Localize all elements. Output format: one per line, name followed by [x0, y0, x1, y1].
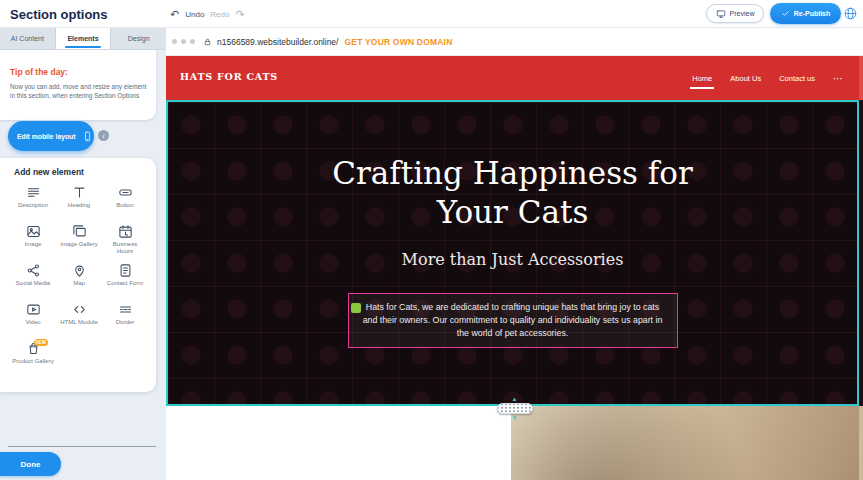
history-controls: ↶ Undo Redo ↷	[170, 0, 245, 28]
browser-address-bar: n1566589.websitebuilder.online/ GET YOUR…	[166, 28, 863, 56]
image-gallery-icon	[72, 224, 87, 239]
edit-mobile-layout-label: Edit mobile layout	[17, 133, 76, 140]
element-label: Image Gallery	[60, 241, 97, 248]
tab-ai-content[interactable]: AI Content	[0, 28, 56, 49]
element-image[interactable]: Image	[10, 221, 56, 260]
undo-icon[interactable]: ↶	[170, 9, 179, 20]
video-icon	[26, 302, 41, 317]
done-button[interactable]: Done	[0, 452, 61, 476]
resize-up-arrow-icon: ▲	[512, 396, 518, 402]
element-label: Heading	[68, 202, 90, 209]
app-window: Section options ↶ Undo Redo ↷ Preview Re…	[0, 0, 863, 480]
element-label: Contact Form	[107, 280, 143, 287]
sidebar-divider	[8, 446, 156, 447]
section-resize-handle[interactable]: ▲ ▼	[497, 396, 533, 421]
preview-button[interactable]: Preview	[706, 4, 764, 23]
redo-button[interactable]: Redo	[210, 10, 229, 19]
element-label: HTML Module	[60, 319, 97, 326]
monitor-icon	[716, 9, 726, 19]
phone-icon	[82, 128, 93, 145]
republish-button-label: Re-Publish	[794, 10, 831, 17]
element-label: Image	[25, 241, 42, 248]
hero-text-element[interactable]: Hats for Cats, we are dedicated to craft…	[348, 293, 678, 349]
element-drag-handle-icon[interactable]	[351, 303, 361, 313]
element-label: Description	[18, 202, 48, 209]
button-icon	[118, 185, 133, 200]
hero-title-line1: Crafting Happiness for	[332, 155, 693, 191]
element-description[interactable]: Description	[10, 182, 56, 221]
site-logo[interactable]: HATS FOR CATS	[180, 71, 278, 82]
nav-home[interactable]: Home	[692, 68, 712, 89]
tip-title: Tip of the day:	[10, 67, 68, 77]
map-icon	[72, 263, 87, 278]
tab-elements[interactable]: Elements	[56, 28, 112, 49]
tip-card: Tip of the day: Now you can add, move an…	[0, 50, 156, 120]
hero-paragraph: Hats for Cats, we are dedicated to craft…	[363, 302, 663, 338]
edit-mobile-layout-button[interactable]: Edit mobile layout	[8, 121, 94, 151]
element-html-module[interactable]: HTML Module	[56, 299, 102, 338]
social-media-icon	[26, 263, 41, 278]
site-preview: HATS FOR CATS Home About Us Contact us ⋯…	[166, 56, 863, 480]
image-icon	[26, 224, 41, 239]
nav-about-us[interactable]: About Us	[730, 68, 761, 89]
window-control-dots	[172, 39, 195, 44]
contact-form-icon	[118, 263, 133, 278]
new-badge: NEW	[34, 339, 49, 346]
get-domain-link[interactable]: GET YOUR OWN DOMAIN	[344, 37, 452, 47]
element-image-gallery[interactable]: Image Gallery	[56, 221, 102, 260]
element-contact-form[interactable]: Contact Form	[102, 260, 148, 299]
check-icon	[781, 9, 790, 18]
element-social-media[interactable]: Social Media	[10, 260, 56, 299]
element-label: Business Hours	[104, 241, 146, 255]
nav-contact-us[interactable]: Contact us	[779, 68, 815, 89]
element-label: Map	[73, 280, 85, 287]
element-label: Product Gallery	[12, 358, 53, 365]
element-heading[interactable]: Heading	[56, 182, 102, 221]
next-section-photo	[511, 406, 859, 480]
element-divider[interactable]: Divider	[102, 299, 148, 338]
element-label: Video	[25, 319, 40, 326]
selected-hero-section[interactable]: Crafting Happiness for Your Cats More th…	[166, 100, 859, 406]
page-scrollbar[interactable]	[859, 56, 863, 480]
business-hours-icon	[118, 224, 133, 239]
resize-down-arrow-icon: ▼	[512, 415, 518, 421]
tab-design[interactable]: Design	[111, 28, 166, 49]
redo-icon[interactable]: ↷	[235, 9, 244, 20]
site-header[interactable]: HATS FOR CATS Home About Us Contact us ⋯	[166, 56, 859, 100]
html-module-icon	[72, 302, 87, 317]
site-url: n1566589.websitebuilder.online/	[217, 37, 338, 47]
site-nav: Home About Us Contact us ⋯	[692, 56, 843, 100]
info-icon[interactable]: i	[98, 130, 109, 141]
panel-tabs: AI Content Elements Design	[0, 28, 166, 50]
hero-title[interactable]: Crafting Happiness for Your Cats	[332, 154, 693, 232]
lock-icon	[203, 33, 212, 51]
hero-subtitle[interactable]: More than Just Accessories	[402, 250, 624, 269]
element-business-hours[interactable]: Business Hours	[102, 221, 148, 260]
page-title: Section options	[10, 7, 108, 22]
element-video[interactable]: Video	[10, 299, 56, 338]
hero-title-line2: Your Cats	[437, 194, 589, 230]
element-label: Divider	[116, 319, 135, 326]
element-label: Social Media	[16, 280, 50, 287]
globe-icon[interactable]	[843, 6, 858, 21]
element-button[interactable]: Button	[102, 182, 148, 221]
topbar: Section options ↶ Undo Redo ↷ Preview Re…	[0, 0, 863, 28]
add-element-panel: Add new element Description Heading Butt…	[0, 158, 156, 392]
divider-icon	[118, 302, 133, 317]
nav-more-icon[interactable]: ⋯	[833, 73, 843, 84]
republish-button[interactable]: Re-Publish	[770, 3, 841, 24]
element-map[interactable]: Map	[56, 260, 102, 299]
tip-text: Now you can add, move and resize any ele…	[10, 83, 150, 100]
preview-button-label: Preview	[730, 10, 755, 17]
element-product-gallery[interactable]: NEW Product Gallery	[10, 338, 56, 377]
description-icon	[26, 185, 41, 200]
add-element-title: Add new element	[14, 167, 152, 177]
element-label: Button	[116, 202, 133, 209]
heading-icon	[72, 185, 87, 200]
undo-button[interactable]: Undo	[185, 10, 204, 19]
element-grid: Description Heading Button Image Image G…	[10, 182, 152, 377]
resize-grip-icon[interactable]	[497, 403, 533, 414]
